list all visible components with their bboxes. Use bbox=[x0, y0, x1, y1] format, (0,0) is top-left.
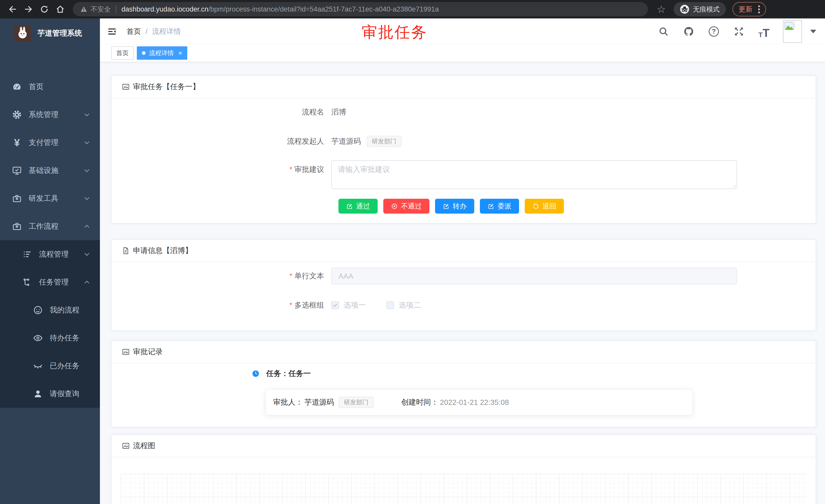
app-logo[interactable]: 芋道管理系统 bbox=[0, 18, 100, 48]
chevron-down-icon bbox=[83, 195, 90, 202]
sidebar-item-done-tasks[interactable]: 已办任务 bbox=[0, 352, 100, 380]
clock-icon bbox=[252, 370, 259, 377]
monitor-icon bbox=[11, 165, 22, 176]
dashboard-icon bbox=[11, 81, 22, 92]
list-tree-icon bbox=[21, 249, 33, 260]
incognito-icon bbox=[680, 4, 689, 14]
button-label: 委派 bbox=[498, 201, 511, 211]
sidebar-item-home[interactable]: 首页 bbox=[0, 73, 100, 101]
circle-close-icon bbox=[391, 203, 398, 210]
chevron-up-icon bbox=[83, 223, 90, 230]
browser-menu-icon[interactable] bbox=[758, 5, 760, 13]
bpmn-diagram-canvas[interactable] bbox=[121, 474, 807, 504]
browser-update-button[interactable]: 更新 bbox=[733, 2, 766, 16]
user-icon bbox=[32, 388, 44, 400]
incognito-label: 无痕模式 bbox=[693, 5, 720, 14]
github-icon[interactable] bbox=[683, 25, 695, 37]
help-icon[interactable]: ? bbox=[708, 25, 720, 37]
top-navbar: 首页 / 流程详情 审批任务 ? TT bbox=[100, 18, 825, 44]
card-header: 流程图 bbox=[111, 435, 816, 457]
chevron-up-icon bbox=[83, 279, 90, 285]
delegate-button[interactable]: 委派 bbox=[480, 199, 519, 214]
sidebar-item-devtools[interactable]: 研发工具 bbox=[0, 184, 100, 212]
navbar-actions: ? TT bbox=[658, 18, 816, 44]
checkbox-group: 选项一 选项二 bbox=[331, 300, 421, 310]
checkbox-label: 选项一 bbox=[344, 300, 366, 310]
tab-process-detail[interactable]: 流程详情 × bbox=[137, 47, 187, 60]
refresh-left-icon bbox=[532, 203, 539, 210]
document-icon bbox=[122, 247, 130, 255]
close-icon[interactable]: × bbox=[178, 50, 182, 56]
avatar[interactable] bbox=[783, 20, 802, 43]
field-value: 滔博 bbox=[331, 107, 346, 117]
chevron-down-icon bbox=[83, 251, 90, 258]
checkbox-label: 选项二 bbox=[399, 300, 421, 310]
breadcrumb: 首页 / 流程详情 bbox=[127, 18, 181, 44]
bookmark-star-icon[interactable]: ☆ bbox=[657, 3, 666, 15]
sidebar-item-payment[interactable]: ¥ 支付管理 bbox=[0, 129, 100, 157]
chevron-down-icon bbox=[83, 167, 90, 174]
broken-image-icon bbox=[784, 22, 794, 30]
create-time-value: 2022-01-21 22:35:08 bbox=[440, 398, 509, 407]
yen-icon: ¥ bbox=[11, 137, 22, 148]
reload-icon[interactable] bbox=[39, 3, 50, 15]
search-icon[interactable] bbox=[658, 25, 670, 37]
approver-label: 审批人： bbox=[273, 397, 303, 408]
process-diagram-card: 流程图 bbox=[111, 434, 816, 504]
card-title: 审批记录 bbox=[133, 347, 163, 357]
sidebar-item-label: 基础设施 bbox=[29, 165, 58, 176]
font-size-icon[interactable]: TT bbox=[758, 25, 770, 37]
eye-closed-icon bbox=[32, 360, 44, 371]
comment-textarea[interactable] bbox=[331, 160, 737, 189]
sidebar-item-task-mgmt[interactable]: 任务管理 bbox=[0, 268, 100, 296]
forward-icon[interactable] bbox=[22, 3, 34, 15]
tags-view-bar: 首页 流程详情 × bbox=[100, 44, 825, 62]
security-indicator[interactable]: 不安全 bbox=[80, 5, 111, 14]
address-bar[interactable]: 不安全 dashboard.yudao.iocoder.cn/bpm/proce… bbox=[73, 2, 648, 16]
sidebar-item-todo-tasks[interactable]: 待办任务 bbox=[0, 324, 100, 352]
sidebar-item-leave-query[interactable]: 请假查询 bbox=[0, 380, 100, 408]
tab-home[interactable]: 首页 bbox=[111, 47, 134, 60]
url-domain: dashboard.yudao.iocoder.cn bbox=[122, 5, 208, 13]
return-button[interactable]: 退回 bbox=[525, 199, 564, 214]
sidebar-item-label: 系统管理 bbox=[29, 110, 58, 120]
sidebar-menu: 首页 系统管理 ¥ 支付管理 基础设施 研发工具 bbox=[0, 48, 100, 408]
sidebar-item-label: 我的流程 bbox=[50, 305, 79, 315]
avatar-caret-icon[interactable] bbox=[810, 30, 816, 33]
home-icon[interactable] bbox=[54, 3, 66, 15]
tab-label: 流程详情 bbox=[149, 49, 174, 57]
button-label: 退回 bbox=[542, 201, 556, 211]
approver-name: 芋道源码 bbox=[304, 397, 334, 408]
sidebar-item-label: 首页 bbox=[29, 82, 44, 92]
omnibox-divider bbox=[116, 5, 116, 13]
chevron-down-icon bbox=[83, 139, 90, 146]
sidebar-item-label: 请假查询 bbox=[50, 389, 79, 399]
sidebar-item-workflow[interactable]: 工作流程 bbox=[0, 212, 100, 240]
screen: 不安全 dashboard.yudao.iocoder.cn/bpm/proce… bbox=[0, 0, 825, 504]
sidebar-item-infra[interactable]: 基础设施 bbox=[0, 157, 100, 184]
reject-button[interactable]: 不通过 bbox=[383, 199, 430, 214]
card-body: 单行文本 AAA 多选框组 选项一 选项二 bbox=[111, 262, 816, 316]
approval-record-card: 审批记录 任务：任务一 审批人： 芋道源码 研发部门 创建时间： 2022-01… bbox=[111, 340, 816, 427]
transfer-button[interactable]: 转办 bbox=[435, 199, 474, 214]
chevron-down-icon bbox=[83, 111, 90, 118]
red-annotation-title: 审批任务 bbox=[362, 22, 427, 43]
sidebar-item-process-mgmt[interactable]: 流程管理 bbox=[0, 240, 100, 268]
update-label: 更新 bbox=[739, 5, 752, 14]
breadcrumb-home[interactable]: 首页 bbox=[127, 27, 141, 36]
sidebar-item-system[interactable]: 系统管理 bbox=[0, 101, 100, 129]
sidebar-item-label: 工作流程 bbox=[29, 221, 58, 232]
back-icon[interactable] bbox=[7, 3, 18, 15]
hamburger-icon[interactable] bbox=[106, 26, 118, 37]
sidebar-item-my-process[interactable]: 我的流程 bbox=[0, 296, 100, 324]
fullscreen-icon[interactable] bbox=[733, 25, 745, 37]
org-tree-icon bbox=[21, 276, 33, 288]
sidebar-item-label: 研发工具 bbox=[29, 193, 58, 203]
field-value: 芋道源码 研发部门 bbox=[331, 136, 401, 147]
incognito-badge: 无痕模式 bbox=[674, 2, 726, 16]
create-time-label: 创建时间： bbox=[401, 397, 438, 408]
approve-button[interactable]: 通过 bbox=[339, 199, 378, 214]
initiator-name: 芋道源码 bbox=[331, 136, 361, 147]
face-icon bbox=[32, 305, 44, 316]
field-label: 流程名 bbox=[111, 107, 331, 117]
